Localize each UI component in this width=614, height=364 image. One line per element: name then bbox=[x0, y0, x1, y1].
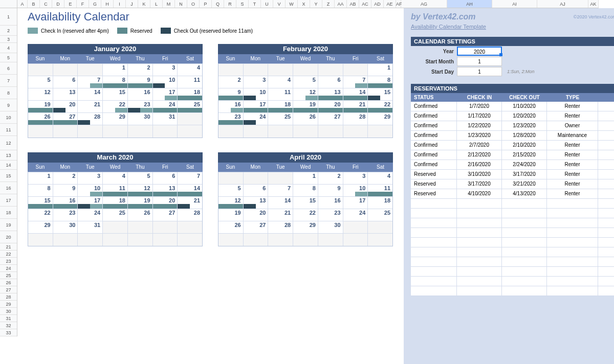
calendar-cell[interactable]: 1 bbox=[103, 64, 128, 76]
calendar-cell[interactable]: 7 bbox=[343, 76, 368, 88]
calendar-cell[interactable]: 19 bbox=[293, 101, 318, 113]
calendar-cell[interactable] bbox=[318, 125, 343, 138]
calendar-cell[interactable] bbox=[103, 125, 128, 138]
col-header-D[interactable]: D bbox=[52, 0, 64, 8]
col-header-AC[interactable]: AC bbox=[359, 0, 371, 8]
calendar-cell[interactable]: 6 bbox=[318, 76, 343, 88]
row-header-18[interactable]: 18 bbox=[0, 207, 17, 219]
calendar-cell[interactable] bbox=[318, 64, 343, 76]
calendar-cell[interactable]: 11 bbox=[103, 185, 128, 197]
reservation-row[interactable]: Reserved3/17/20203/21/2020Renter bbox=[411, 179, 614, 189]
calendar-cell[interactable] bbox=[153, 125, 178, 138]
calendar-cell[interactable]: 17 bbox=[343, 197, 368, 209]
calendar-cell[interactable]: 1 bbox=[28, 172, 53, 185]
calendar-cell[interactable] bbox=[218, 234, 244, 246]
calendar-cell[interactable]: 18 bbox=[368, 197, 392, 209]
calendar-cell[interactable]: 21 bbox=[343, 101, 368, 113]
calendar-cell[interactable]: 4 bbox=[103, 172, 128, 185]
calendar-cell[interactable]: 25 bbox=[103, 209, 128, 221]
calendar-cell[interactable]: 6 bbox=[53, 76, 78, 88]
calendar-cell[interactable]: 29 bbox=[28, 221, 53, 234]
reservation-row-empty[interactable] bbox=[411, 286, 614, 296]
calendar-cell[interactable]: 31 bbox=[153, 113, 178, 125]
calendar-cell[interactable]: 7 bbox=[78, 76, 103, 88]
calendar-cell[interactable]: 10 bbox=[78, 185, 103, 197]
calendar-cell[interactable]: 27 bbox=[153, 209, 178, 221]
calendar-cell[interactable]: 3 bbox=[343, 172, 368, 185]
sheet-corner[interactable] bbox=[0, 0, 17, 8]
col-header-M[interactable]: M bbox=[163, 0, 175, 8]
calendar-cell[interactable]: 20 bbox=[318, 101, 343, 113]
calendar-cell[interactable] bbox=[103, 234, 128, 246]
row-header-8[interactable]: 8 bbox=[0, 87, 17, 99]
calendar-cell[interactable]: 2 bbox=[218, 76, 244, 88]
col-header-P[interactable]: P bbox=[200, 0, 212, 8]
row-header-19[interactable]: 19 bbox=[0, 219, 17, 231]
col-header-T[interactable]: T bbox=[249, 0, 261, 8]
col-header-X[interactable]: X bbox=[298, 0, 310, 8]
row-header-32[interactable]: 32 bbox=[0, 322, 17, 329]
row-header-26[interactable]: 26 bbox=[0, 279, 17, 286]
calendar-cell[interactable] bbox=[318, 234, 343, 246]
row-header-20[interactable]: 20 bbox=[0, 231, 17, 243]
row-header-30[interactable]: 30 bbox=[0, 308, 17, 315]
calendar-cell[interactable]: 9 bbox=[128, 76, 153, 88]
calendar-cell[interactable]: 3 bbox=[153, 64, 178, 76]
calendar-cell[interactable]: 29 bbox=[293, 221, 318, 234]
calendar-cell[interactable]: 12 bbox=[128, 185, 153, 197]
calendar-cell[interactable]: 20 bbox=[153, 197, 178, 209]
calendar-cell[interactable]: 26 bbox=[293, 113, 318, 125]
col-header-N[interactable]: N bbox=[175, 0, 187, 8]
row-header-6[interactable]: 6 bbox=[0, 62, 17, 75]
reservation-row[interactable]: Reserved3/10/20203/17/2020Renter bbox=[411, 170, 614, 179]
calendar-cell[interactable] bbox=[293, 234, 318, 246]
calendar-cell[interactable]: 29 bbox=[103, 113, 128, 125]
calendar-cell[interactable]: 26 bbox=[28, 113, 53, 125]
calendar-cell[interactable]: 30 bbox=[318, 221, 343, 234]
year-input[interactable]: 2020 bbox=[457, 47, 502, 56]
calendar-cell[interactable]: 9 bbox=[318, 185, 343, 197]
col-header-AK[interactable]: AK bbox=[588, 0, 599, 8]
row-header-4[interactable]: 4 bbox=[0, 43, 17, 53]
calendar-cell[interactable]: 8 bbox=[293, 185, 318, 197]
col-header-AF[interactable]: AF bbox=[396, 0, 401, 8]
calendar-cell[interactable]: 17 bbox=[153, 88, 178, 101]
calendar-cell[interactable]: 1 bbox=[368, 64, 392, 76]
calendar-cell[interactable] bbox=[153, 234, 178, 246]
calendar-cell[interactable] bbox=[53, 125, 78, 138]
calendar-cell[interactable]: 22 bbox=[293, 209, 318, 221]
col-header-AB[interactable]: AB bbox=[347, 0, 359, 8]
calendar-cell[interactable]: 28 bbox=[178, 209, 202, 221]
col-header-Y[interactable]: Y bbox=[310, 0, 322, 8]
col-header-AJ[interactable]: AJ bbox=[537, 0, 588, 8]
calendar-cell[interactable]: 11 bbox=[178, 76, 202, 88]
col-header-O[interactable]: O bbox=[187, 0, 200, 8]
calendar-cell[interactable]: 10 bbox=[153, 76, 178, 88]
calendar-cell[interactable]: 5 bbox=[293, 76, 318, 88]
row-header-3[interactable]: 3 bbox=[0, 36, 17, 43]
calendar-cell[interactable]: 24 bbox=[78, 209, 103, 221]
calendar-cell[interactable]: 19 bbox=[218, 209, 244, 221]
calendar-cell[interactable]: 27 bbox=[318, 113, 343, 125]
calendar-cell[interactable] bbox=[268, 64, 293, 76]
reservation-row[interactable]: Confirmed1/23/20201/28/2020Maintenance bbox=[411, 131, 614, 141]
calendar-cell[interactable]: 24 bbox=[343, 209, 368, 221]
row-header-1[interactable]: 1 bbox=[0, 8, 17, 26]
calendar-cell[interactable] bbox=[268, 234, 293, 246]
reservation-row[interactable]: Confirmed1/22/20201/23/2020Owner bbox=[411, 121, 614, 131]
calendar-cell[interactable]: 25 bbox=[178, 101, 202, 113]
calendar-cell[interactable] bbox=[218, 64, 244, 76]
calendar-cell[interactable]: 2 bbox=[53, 172, 78, 185]
col-header-V[interactable]: V bbox=[273, 0, 286, 8]
row-header-7[interactable]: 7 bbox=[0, 75, 17, 87]
calendar-cell[interactable] bbox=[78, 234, 103, 246]
col-header-AA[interactable]: AA bbox=[335, 0, 347, 8]
calendar-cell[interactable] bbox=[343, 221, 368, 234]
calendar-cell[interactable]: 23 bbox=[318, 209, 343, 221]
calendar-cell[interactable]: 8 bbox=[103, 76, 128, 88]
calendar-cell[interactable] bbox=[368, 234, 392, 246]
reservation-row[interactable]: Confirmed2/7/20202/10/2020Renter bbox=[411, 141, 614, 150]
col-header-U[interactable]: U bbox=[261, 0, 273, 8]
row-header-9[interactable]: 9 bbox=[0, 99, 17, 111]
reservation-row-empty[interactable] bbox=[411, 199, 614, 209]
